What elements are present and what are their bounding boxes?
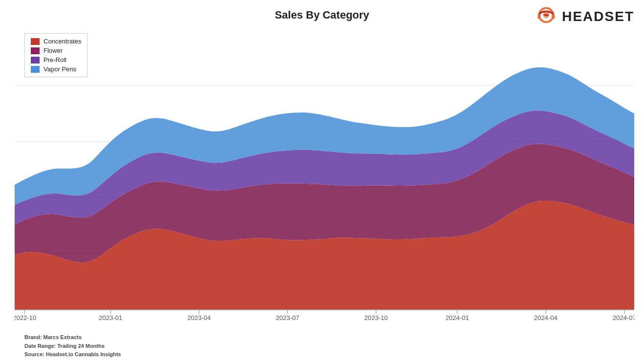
- svg-rect-1: [538, 14, 541, 19]
- svg-text:2024-04: 2024-04: [534, 314, 557, 321]
- footer-metadata: Brand: Marcs Extracts Date Range: Traili…: [24, 333, 121, 359]
- svg-text:2023-10: 2023-10: [364, 314, 388, 321]
- svg-text:2024-07: 2024-07: [613, 314, 634, 321]
- area-chart: 2022-10 2023-01 2023-04 2023-07 2023-10 …: [15, 29, 634, 325]
- legend-item-vapor-pens: Vapor Pens: [31, 65, 81, 73]
- chart-svg-area: 2022-10 2023-01 2023-04 2023-07 2023-10 …: [15, 29, 634, 325]
- chart-legend: Concentrates Flower Pre-Roll Vapor Pens: [24, 33, 88, 77]
- footer-date-range-label: Date Range:: [24, 343, 56, 349]
- legend-label-preroll: Pre-Roll: [44, 56, 67, 64]
- svg-rect-2: [552, 14, 555, 19]
- legend-label-vapor-pens: Vapor Pens: [44, 65, 76, 73]
- svg-text:2023-07: 2023-07: [276, 314, 299, 321]
- svg-text:2023-04: 2023-04: [187, 314, 211, 321]
- svg-text:2023-01: 2023-01: [99, 314, 122, 321]
- footer-brand: Brand: Marcs Extracts: [24, 333, 121, 342]
- footer-source-value: Headset.io Cannabis Insights: [46, 351, 121, 357]
- legend-label-flower: Flower: [44, 47, 63, 54]
- page-container: Sales By Category HEADSET Concentrates F…: [0, 0, 644, 364]
- logo-text: HEADSET: [562, 9, 634, 24]
- logo-area: HEADSET: [534, 5, 634, 28]
- legend-item-flower: Flower: [31, 47, 81, 54]
- footer-brand-label: Brand:: [24, 334, 42, 340]
- legend-color-preroll: [31, 57, 40, 64]
- footer-date-range-value: Trailing 24 Months: [57, 343, 105, 349]
- legend-color-vapor-pens: [31, 66, 40, 73]
- footer-source-label: Source:: [24, 351, 44, 357]
- legend-item-concentrates: Concentrates: [31, 38, 81, 45]
- svg-text:2024-01: 2024-01: [445, 314, 469, 321]
- legend-item-preroll: Pre-Roll: [31, 56, 81, 64]
- footer-date-range: Date Range: Trailing 24 Months: [24, 342, 121, 351]
- legend-color-concentrates: [31, 38, 40, 45]
- svg-text:2022-10: 2022-10: [15, 314, 36, 321]
- legend-color-flower: [31, 47, 40, 54]
- footer-brand-value: Marcs Extracts: [44, 334, 82, 340]
- legend-label-concentrates: Concentrates: [44, 38, 81, 45]
- footer-source: Source: Headset.io Cannabis Insights: [24, 350, 121, 359]
- headset-logo-icon: [534, 5, 558, 28]
